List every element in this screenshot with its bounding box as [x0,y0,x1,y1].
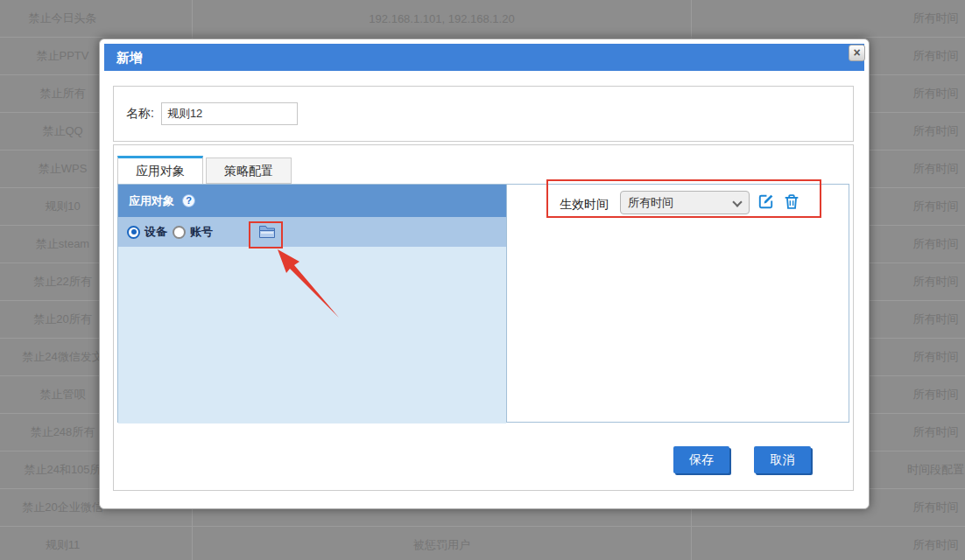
edit-icon[interactable] [756,192,776,212]
table-cell-target: 192.168.1.101, 192.168.1.20 [193,0,692,37]
table-cell-name: 禁止今日头条 [0,0,193,37]
radio-account-dot[interactable] [173,226,186,239]
table-row: 规则11被惩罚用户所有时间 [0,527,965,560]
close-icon[interactable]: × [849,45,865,61]
radio-account-label: 账号 [190,224,213,240]
effective-time-row: 生效时间 所有时间 [118,185,849,223]
name-label: 名称: [126,106,154,122]
rule-name-input[interactable] [161,102,298,125]
table-row: 禁止今日头条192.168.1.101, 192.168.1.20所有时间 [0,0,965,38]
radio-device[interactable]: 设备 [127,224,167,240]
dialog-title: 新增 [116,50,143,65]
name-section: 名称: [113,86,854,142]
table-cell-time: 所有时间 [692,0,965,37]
radio-account[interactable]: 账号 [173,224,213,240]
table-cell-time: 所有时间 [692,527,965,560]
apply-target-body [118,247,506,424]
add-rule-dialog: 新增 × 名称: 应用对象 策略配置 应用对象 ? 设备 [99,38,870,509]
trash-icon[interactable] [782,192,802,212]
radio-device-dot[interactable] [127,226,140,239]
tab-apply-target[interactable]: 应用对象 [117,156,203,184]
tab-bar: 应用对象 策略配置 [117,156,294,184]
save-button[interactable]: 保存 [673,446,729,473]
effective-time-select[interactable]: 所有时间 [620,191,750,214]
dialog-titlebar: 新增 [104,44,864,71]
radio-device-label: 设备 [144,224,167,240]
effective-time-label: 生效时间 [560,197,609,213]
tab-policy-config[interactable]: 策略配置 [206,158,292,184]
config-section: 应用对象 策略配置 应用对象 ? 设备 账号 [113,144,854,491]
table-cell-target: 被惩罚用户 [193,527,692,560]
chevron-down-icon [732,197,742,206]
cancel-button[interactable]: 取消 [754,446,811,473]
table-cell-name: 规则11 [0,527,193,560]
folder-icon[interactable] [258,225,276,239]
effective-time-value: 所有时间 [628,196,673,209]
tab-content-panel: 应用对象 ? 设备 账号 [117,184,849,423]
